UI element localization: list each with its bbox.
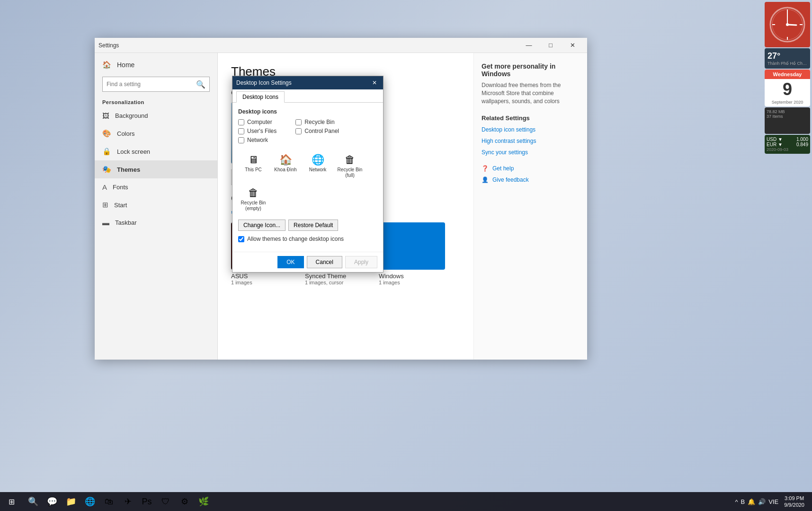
usd-label: USD ▼	[767, 137, 783, 142]
background-label: Background	[115, 112, 148, 119]
checkbox-users-files: User's Files	[238, 128, 277, 134]
change-icon-button[interactable]: Change Icon...	[238, 220, 286, 231]
sidebar-item-fonts[interactable]: A Fonts	[95, 178, 217, 196]
tray-language[interactable]: VIE	[768, 498, 778, 505]
ok-button[interactable]: OK	[277, 256, 303, 268]
right-panel-desc: Download free themes from the Microsoft …	[482, 81, 580, 105]
feedback-icon: 👤	[482, 176, 489, 183]
tab-desktop-icons[interactable]: Desktop Icons	[236, 91, 285, 103]
computer-label: Computer	[247, 119, 272, 125]
sidebar-item-themes[interactable]: 🎭 Themes	[95, 160, 217, 178]
control-panel-label: Control Panel	[304, 128, 339, 134]
sidebar: 🏠 Home 🔍 Personalization 🖼 Background 🎨 …	[95, 53, 218, 360]
calendar-widget: Wednesday 9 September 2020	[765, 70, 810, 106]
close-button[interactable]: ✕	[562, 38, 583, 53]
recycle-empty-icon: 🗑	[248, 187, 259, 199]
colors-icon: 🎨	[102, 129, 111, 138]
theme-card-windows[interactable]: Windows 1 images	[379, 222, 445, 285]
network-label: Network	[247, 137, 268, 143]
home-label: Home	[117, 61, 134, 69]
icon-recycle-full[interactable]: 🗑 Recycle Bin (full)	[335, 150, 365, 182]
svg-point-8	[786, 23, 789, 26]
allow-themes-label: Allow themes to change desktop icons	[247, 236, 344, 242]
maximize-button[interactable]: □	[540, 38, 562, 53]
dialog-titlebar: Desktop Icon Settings ✕	[232, 76, 383, 89]
taskbar-antivirus[interactable]: 🛡	[157, 493, 174, 510]
dialog-title: Desktop Icon Settings	[236, 79, 370, 86]
currency-widget: USD ▼ 1.000 EUR ▼ 0.849 2020-09-03	[765, 135, 810, 154]
dialog-tabs: Desktop Icons	[232, 89, 383, 103]
get-help-item[interactable]: ❓ Get help	[482, 165, 580, 172]
tray-volume[interactable]: 🔊	[758, 498, 766, 505]
taskbar-settings-app[interactable]: ⚙	[176, 493, 193, 510]
icon-recycle-empty[interactable]: 🗑 Recycle Bin (empty)	[238, 184, 268, 215]
taskbar-clock[interactable]: 3:09 PM 9/9/2020	[780, 495, 808, 509]
search-input[interactable]	[107, 81, 196, 88]
recycle-full-icon: 🗑	[345, 154, 355, 166]
recycle-bin-checkbox[interactable]	[295, 119, 302, 125]
recycle-empty-label: Recycle Bin (empty)	[241, 200, 266, 211]
users-files-checkbox[interactable]	[238, 128, 244, 134]
apply-button[interactable]: Apply	[345, 256, 377, 268]
taskbar-photoshop[interactable]: Ps	[138, 493, 155, 510]
eur-row: EUR ▼ 0.849	[767, 142, 808, 147]
home-icon: 🏠	[102, 61, 111, 69]
related-sync-settings[interactable]: Sync your settings	[482, 149, 580, 156]
icon-network[interactable]: 🌐 Network	[303, 150, 333, 182]
start-button[interactable]: ⊞	[0, 492, 23, 511]
synced-meta: 1 images, cursor	[305, 280, 371, 285]
dialog-close-button[interactable]: ✕	[370, 78, 379, 88]
sidebar-item-colors[interactable]: 🎨 Colors	[95, 124, 217, 142]
taskbar-cortana[interactable]: 💬	[44, 493, 61, 510]
related-desktop-icon-settings[interactable]: Desktop icon settings	[482, 126, 580, 133]
item-count: 37 Items	[767, 114, 808, 119]
window-titlebar: Settings — □ ✕	[95, 38, 587, 53]
taskbar-edge[interactable]: 🌐	[81, 493, 98, 510]
get-help-label: Get help	[492, 165, 514, 172]
window-title: Settings	[98, 42, 518, 49]
taskbar-store[interactable]: 🛍	[100, 493, 117, 510]
network-checkbox[interactable]	[238, 137, 244, 143]
icon-grid: 🖥 This PC 🏠 Khoa Đình 🌐 Network 🗑 Recycl…	[238, 150, 377, 215]
sidebar-item-taskbar[interactable]: ▬ Taskbar	[95, 214, 217, 231]
tray-chevron[interactable]: ^	[735, 498, 738, 505]
allow-themes-checkbox[interactable]	[238, 236, 244, 242]
right-panel: Get more personality in Windows Download…	[473, 53, 587, 360]
taskbar-telegram[interactable]: ✈	[119, 493, 136, 510]
network-icon: 🌐	[312, 154, 324, 166]
calendar-header: Wednesday	[765, 70, 810, 79]
network-icon-label: Network	[309, 167, 327, 173]
cancel-button[interactable]: Cancel	[307, 256, 342, 268]
fonts-label: Fonts	[113, 184, 128, 191]
computer-checkbox[interactable]	[238, 119, 244, 125]
sidebar-item-lock-screen[interactable]: 🔒 Lock screen	[95, 142, 217, 160]
taskbar-browser[interactable]: 🌿	[195, 493, 212, 510]
control-panel-checkbox[interactable]	[295, 128, 302, 134]
tray-b[interactable]: B	[741, 498, 745, 505]
start-icon: ⊞	[102, 201, 108, 209]
minimize-button[interactable]: —	[518, 38, 540, 53]
sidebar-item-home[interactable]: 🏠 Home	[95, 57, 217, 73]
taskbar-pinned-apps: 🔍 💬 📁 🌐 🛍 ✈ Ps 🛡 ⚙ 🌿	[23, 493, 214, 510]
taskbar-search[interactable]: 🔍	[25, 493, 42, 510]
window-controls: — □ ✕	[518, 38, 583, 53]
weather-location: Thành Phố Hồ Chí...	[767, 61, 807, 66]
eur-value: 0.849	[796, 142, 808, 147]
icon-this-pc[interactable]: 🖥 This PC	[238, 150, 268, 182]
related-high-contrast[interactable]: High contrast settings	[482, 138, 580, 144]
tray-notification[interactable]: 🔔	[748, 498, 755, 505]
lock-icon: 🔒	[102, 147, 111, 156]
restore-default-button[interactable]: Restore Default	[288, 220, 338, 231]
calendar-day-name: Wednesday	[773, 71, 802, 77]
synced-name: Synced Theme	[305, 273, 371, 280]
icon-khoa-dinh[interactable]: 🏠 Khoa Đình	[270, 150, 301, 182]
weather-temp: 27°	[767, 51, 807, 61]
system-widget: 78.82 MB 37 Items	[765, 107, 810, 134]
taskbar-icon-side: ▬	[102, 219, 109, 227]
help-icon: ❓	[482, 165, 489, 172]
sidebar-item-start[interactable]: ⊞ Start	[95, 196, 217, 214]
sidebar-item-background[interactable]: 🖼 Background	[95, 107, 217, 124]
give-feedback-item[interactable]: 👤 Give feedback	[482, 176, 580, 183]
clock-time: 3:09 PM	[784, 495, 804, 502]
taskbar-file-explorer[interactable]: 📁	[62, 493, 80, 510]
